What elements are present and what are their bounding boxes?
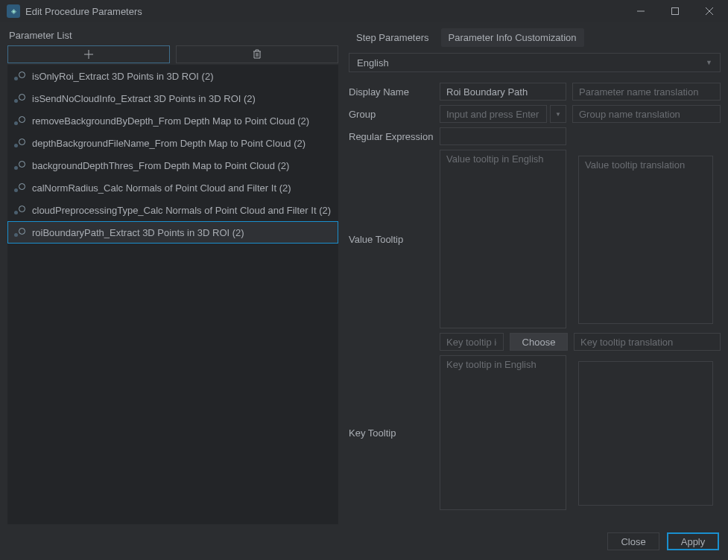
- right-panel: Step Parameters Parameter Info Customiza…: [343, 22, 728, 529]
- minimize-button[interactable]: [624, 0, 658, 22]
- parameter-label: roiBoundaryPath_Extract 3D Points in 3D …: [32, 227, 244, 238]
- add-parameter-button[interactable]: [7, 45, 170, 63]
- body: Parameter List isOnlyRoi_Extract 3D Poin…: [0, 22, 728, 529]
- key-tooltip-translation2-input[interactable]: [578, 361, 713, 506]
- value-tooltip-row: Value Tooltip: [349, 150, 721, 328]
- close-dialog-button[interactable]: Close: [607, 532, 659, 550]
- parameter-list-label: Parameter List: [7, 27, 338, 45]
- language-value: English: [357, 57, 389, 69]
- display-name-label: Display Name: [349, 83, 434, 101]
- display-name-row: Display Name: [349, 83, 721, 101]
- parameter-label: cloudPreprocessingType_Calc Normals of P…: [32, 205, 331, 216]
- group-input[interactable]: [440, 105, 547, 123]
- display-name-input[interactable]: [440, 83, 566, 101]
- value-tooltip-label: Value Tooltip: [349, 150, 434, 328]
- parameter-icon: [13, 204, 26, 216]
- parameter-label: isOnlyRoi_Extract 3D Points in 3D ROI (2…: [32, 71, 213, 82]
- tabs: Step Parameters Parameter Info Customiza…: [349, 28, 721, 47]
- parameter-icon: [13, 159, 26, 171]
- plus-icon: [84, 50, 93, 59]
- regex-input[interactable]: [440, 127, 566, 145]
- window: ◈ Edit Procedure Parameters Parameter Li…: [0, 0, 728, 560]
- left-panel: Parameter List isOnlyRoi_Extract 3D Poin…: [0, 22, 343, 529]
- svg-rect-1: [672, 8, 679, 15]
- form: Display Name Group ▼: [349, 83, 721, 524]
- parameter-icon: [13, 182, 26, 194]
- apply-button[interactable]: Apply: [667, 532, 719, 550]
- titlebar: ◈ Edit Procedure Parameters: [0, 0, 728, 22]
- close-button[interactable]: [692, 0, 727, 22]
- tab-step-parameters[interactable]: Step Parameters: [349, 28, 437, 47]
- parameter-row[interactable]: depthBackgroundFileName_From Depth Map t…: [7, 132, 338, 154]
- key-tooltip-icon-row: Choose: [349, 333, 721, 351]
- parameter-icon: [13, 70, 26, 82]
- parameter-row[interactable]: removeBackgroundByDepth_From Depth Map t…: [7, 109, 338, 132]
- parameter-icon: [13, 115, 26, 127]
- parameter-label: backgroundDepthThres_From Depth Map to P…: [32, 160, 289, 171]
- maximize-button[interactable]: [658, 0, 692, 22]
- group-dropdown-button[interactable]: ▼: [550, 105, 566, 123]
- maximize-icon: [671, 7, 679, 15]
- parameter-row[interactable]: isOnlyRoi_Extract 3D Points in 3D ROI (2…: [7, 65, 338, 87]
- value-tooltip-translation-input[interactable]: [578, 156, 713, 324]
- parameter-label: depthBackgroundFileName_From Depth Map t…: [32, 138, 306, 149]
- parameter-icon: [13, 92, 26, 104]
- close-icon: [706, 7, 713, 15]
- chevron-down-icon: ▼: [706, 59, 712, 66]
- parameter-row[interactable]: backgroundDepthThres_From Depth Map to P…: [7, 154, 338, 176]
- list-toolbar: [7, 45, 338, 63]
- parameter-icon: [13, 137, 26, 149]
- key-tooltip-translation-input[interactable]: [574, 333, 721, 351]
- regex-row: Regular Expression: [349, 127, 721, 145]
- parameter-list[interactable]: isOnlyRoi_Extract 3D Points in 3D ROI (2…: [7, 65, 338, 524]
- display-name-translation-input[interactable]: [572, 83, 721, 101]
- chevron-down-icon: ▼: [555, 111, 561, 118]
- parameter-label: calNormRadius_Calc Normals of Point Clou…: [32, 182, 291, 194]
- group-label: Group: [349, 105, 434, 123]
- key-tooltip-en-input[interactable]: [440, 355, 566, 510]
- group-translation-input[interactable]: [572, 105, 721, 123]
- language-select[interactable]: English ▼: [349, 53, 721, 72]
- window-title: Edit Procedure Parameters: [25, 6, 142, 17]
- app-icon: ◈: [7, 4, 20, 18]
- value-tooltip-en-input[interactable]: [440, 150, 566, 328]
- parameter-label: isSendNoCloudInfo_Extract 3D Points in 3…: [32, 93, 256, 104]
- choose-button[interactable]: Choose: [510, 333, 568, 351]
- key-tooltip-icon-input[interactable]: [440, 333, 504, 351]
- footer: Close Apply: [0, 529, 728, 560]
- parameter-icon: [13, 226, 26, 238]
- parameter-row[interactable]: calNormRadius_Calc Normals of Point Clou…: [7, 176, 338, 199]
- trash-icon: [253, 49, 262, 60]
- key-tooltip-label: Key Tooltip: [349, 355, 434, 510]
- tab-parameter-info-customization[interactable]: Parameter Info Customization: [441, 28, 584, 47]
- parameter-row[interactable]: cloudPreprocessingType_Calc Normals of P…: [7, 199, 338, 221]
- regex-label: Regular Expression: [349, 127, 434, 145]
- parameter-row[interactable]: roiBoundaryPath_Extract 3D Points in 3D …: [7, 221, 338, 244]
- delete-parameter-button[interactable]: [176, 45, 338, 63]
- parameter-label: removeBackgroundByDepth_From Depth Map t…: [32, 115, 309, 127]
- minimize-icon: [637, 7, 645, 15]
- key-tooltip-row: Key Tooltip: [349, 355, 721, 510]
- parameter-row[interactable]: isSendNoCloudInfo_Extract 3D Points in 3…: [7, 87, 338, 109]
- group-row: Group ▼: [349, 105, 721, 123]
